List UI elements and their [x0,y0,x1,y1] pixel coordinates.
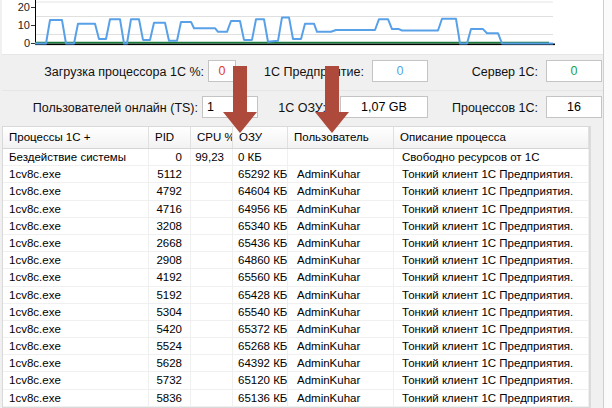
table-cell: 2668 [149,235,191,252]
table-cell [191,321,233,338]
table-cell: 0 [149,149,191,166]
enterprise-1c-label: 1С Предприятие: [248,65,364,79]
table-cell: 5628 [149,355,191,372]
table-cell: Тонкий клиент 1С Предприятия. [394,338,589,355]
table-cell: Тонкий клиент 1С Предприятия. [394,304,589,321]
table-cell: 65292 КБ [233,166,288,183]
table-cell: 1cv8c.exe [3,269,149,286]
table-row[interactable]: Бездействие системы099,230 КБСвободно ре… [3,149,589,166]
table-row[interactable]: 1cv8c.exe266865436 КБAdminKuharТонкий кл… [3,235,589,252]
table-cell: 1cv8c.exe [3,252,149,269]
table-cell: 1cv8c.exe [3,201,149,218]
table-cell [191,252,233,269]
table-row[interactable]: 1cv8c.exe530465540 КБAdminKuharТонкий кл… [3,304,589,321]
ram-1c-value-box[interactable]: 1,07 GB [340,96,428,118]
table-cell: Тонкий клиент 1С Предприятия. [394,321,589,338]
table-cell: Тонкий клиент 1С Предприятия. [394,218,589,235]
process-count-1c-value-box[interactable]: 16 [546,96,602,118]
table-cell: 1cv8c.exe [3,183,149,200]
table-cell: 64392 КБ [233,355,288,372]
table-cell [191,338,233,355]
table-cell: 1cv8c.exe [3,287,149,304]
table-cell [288,149,394,166]
table-row[interactable]: 1cv8c.exe542065372 КБAdminKuharТонкий кл… [3,321,589,338]
table-cell: 4792 [149,183,191,200]
column-header-2[interactable]: CPU % [191,127,233,148]
table-cell: Тонкий клиент 1С Предприятия. [394,252,589,269]
table-cell: Тонкий клиент 1С Предприятия. [394,166,589,183]
server-1c-label: Сервер 1С: [430,65,538,79]
table-cell: 64604 КБ [233,183,288,200]
column-header-1[interactable]: PID [149,127,191,148]
table-cell: AdminKuhar [288,201,394,218]
table-cell: 1cv8c.exe [3,321,149,338]
users-online-ts-label: Пользователей онлайн (TS): [10,101,198,115]
table-row[interactable]: 1cv8c.exe573265120 КБAdminKuharТонкий кл… [3,372,589,389]
table-body: Бездействие системы099,230 КБСвободно ре… [3,149,589,408]
table-cell: Тонкий клиент 1С Предприятия. [394,235,589,252]
table-cell: 5304 [149,304,191,321]
server-1c-value-box[interactable]: 0 [546,60,602,82]
stats-panel-bottom: Пользователей онлайн (TS): 1 1С ОЗУ: 1,0… [2,90,604,128]
table-row[interactable]: 1cv8c.exe320865340 КБAdminKuharТонкий кл… [3,218,589,235]
table-row[interactable]: 1cv8c.exe511265292 КБAdminKuharТонкий кл… [3,166,589,183]
column-header-3[interactable]: ОЗУ [233,127,288,148]
table-cell: AdminKuhar [288,338,394,355]
table-cell: AdminKuhar [288,372,394,389]
column-header-5[interactable]: Описание процесса [394,127,589,148]
table-cell [191,287,233,304]
x-axis-baseline [35,44,555,46]
enterprise-1c-value-box[interactable]: 0 [372,60,428,82]
table-cell: 2908 [149,252,191,269]
table-row[interactable]: 1cv8c.exe479264604 КБAdminKuharТонкий кл… [3,183,589,200]
table-row[interactable]: 1cv8c.exe290864860 КБAdminKuharТонкий кл… [3,252,589,269]
table-cell [191,269,233,286]
table-cell: 64956 КБ [233,201,288,218]
column-header-0[interactable]: Процессы 1С + [3,127,149,148]
table-cell: 65436 КБ [233,235,288,252]
table-cell: AdminKuhar [288,287,394,304]
table-cell: 1cv8c.exe [3,355,149,372]
table-cell: 65340 КБ [233,218,288,235]
table-cell: 5112 [149,166,191,183]
table-cell: 0 КБ [233,149,288,166]
table-cell: 5836 [149,390,191,407]
table-cell: 5192 [149,287,191,304]
cpu-load-1c-value-box[interactable]: 0 [208,60,236,82]
table-cell: 5524 [149,338,191,355]
table-cell: AdminKuhar [288,218,394,235]
table-cell: AdminKuhar [288,252,394,269]
table-cell: AdminKuhar [288,183,394,200]
table-cell [191,390,233,407]
table-row[interactable]: 1cv8c.exe583665136 КБAdminKuharТонкий кл… [3,390,589,407]
cpu-load-series-line [35,17,553,43]
table-row[interactable]: 1cv8c.exe419265560 КБAdminKuharТонкий кл… [3,269,589,286]
table-cell [191,201,233,218]
table-cell: AdminKuhar [288,235,394,252]
table-cell: 5420 [149,321,191,338]
table-cell: Тонкий клиент 1С Предприятия. [394,355,589,372]
table-cell: Тонкий клиент 1С Предприятия. [394,269,589,286]
table-cell [191,355,233,372]
table-cell: 64860 КБ [233,252,288,269]
table-cell: Тонкий клиент 1С Предприятия. [394,201,589,218]
cpu-usage-plot [2,0,604,54]
table-cell: 4716 [149,201,191,218]
table-cell: 65136 КБ [233,390,288,407]
table-cell [191,235,233,252]
table-cell: AdminKuhar [288,166,394,183]
table-row[interactable]: 1cv8c.exe519265428 КБAdminKuharТонкий кл… [3,287,589,304]
process-table: Процессы 1С +PIDCPU %ОЗУПользовательОпис… [2,126,590,408]
table-cell: Свободно ресурсов от 1С [394,149,589,166]
table-cell: 65428 КБ [233,287,288,304]
stats-panel-top: Загрузка процессора 1С %: 0 1С Предприят… [2,54,604,92]
cpu-usage-chart: 20 10 0 [2,0,604,55]
table-cell [191,304,233,321]
table-row[interactable]: 1cv8c.exe552465268 КБAdminKuharТонкий кл… [3,338,589,355]
table-row[interactable]: 1cv8c.exe562864392 КБAdminKuharТонкий кл… [3,355,589,372]
table-cell: 65540 КБ [233,304,288,321]
column-header-4[interactable]: Пользователь [288,127,394,148]
vertical-scrollbar-track[interactable] [603,0,612,408]
table-cell: Бездействие системы [3,149,149,166]
table-row[interactable]: 1cv8c.exe471664956 КБAdminKuharТонкий кл… [3,201,589,218]
